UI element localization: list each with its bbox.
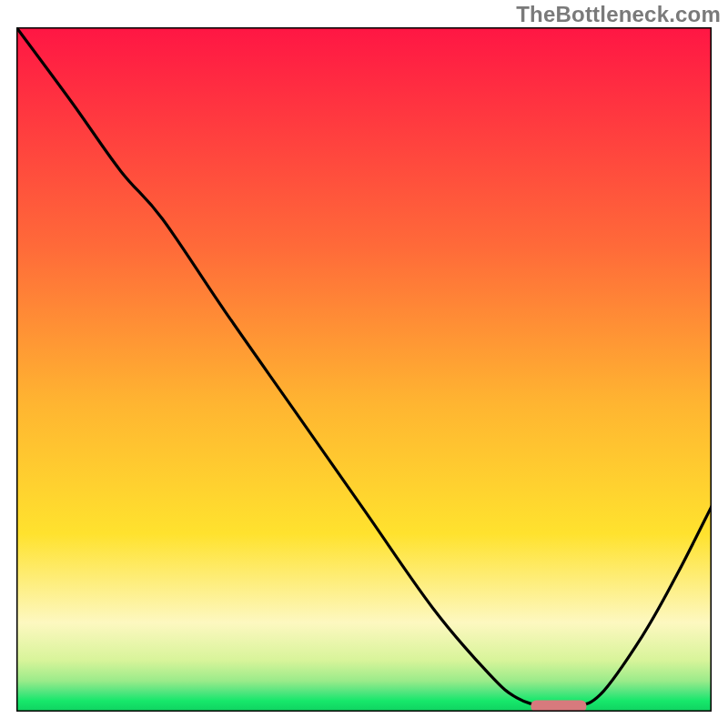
plot-svg xyxy=(16,27,712,712)
gradient-background xyxy=(16,27,712,712)
bottleneck-plot xyxy=(16,27,712,712)
optimum-marker xyxy=(531,700,586,712)
chart-stage: TheBottleneck.com xyxy=(0,0,728,728)
watermark-label: TheBottleneck.com xyxy=(516,2,721,27)
